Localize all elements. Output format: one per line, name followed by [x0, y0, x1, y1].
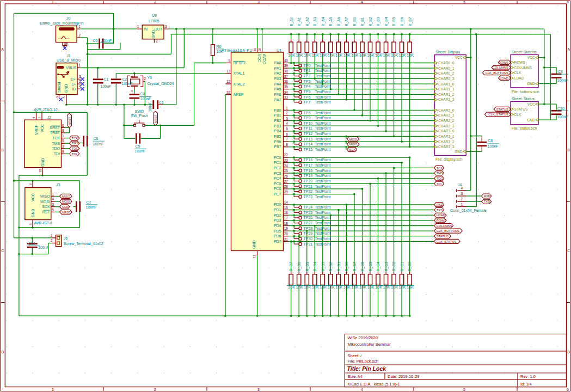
svg-text:PA3: PA3 — [274, 77, 281, 81]
svg-text:2: 2 — [154, 388, 156, 391]
svg-text:19: 19 — [284, 226, 288, 230]
svg-text:Sheet: Status: Sheet: Status — [512, 97, 535, 101]
svg-text:1: 1 — [79, 24, 81, 28]
svg-text:11: 11 — [253, 254, 256, 258]
svg-text:NRST: NRST — [154, 114, 157, 123]
svg-text:File: status.sch: File: status.sch — [512, 126, 537, 130]
svg-text:MISO: MISO — [62, 195, 70, 198]
svg-text:AVR-JTAG-10: AVR-JTAG-10 — [34, 108, 58, 112]
svg-text:1: 1 — [52, 0, 54, 4]
svg-text:4: 4 — [52, 197, 54, 201]
svg-text:COLUMNS: COLUMNS — [437, 224, 452, 228]
svg-text:TestPoint: TestPoint — [315, 179, 331, 183]
svg-text:4: 4 — [461, 186, 463, 190]
svg-text:9: 9 — [62, 150, 64, 154]
svg-text:TXD: TXD — [437, 209, 443, 212]
svg-text:CHAR1_0: CHAR1_0 — [438, 82, 455, 87]
svg-text:GND: GND — [151, 30, 155, 39]
svg-text:2: 2 — [156, 39, 158, 43]
svg-text:R_C4: R_C4 — [376, 262, 380, 272]
svg-text:VCC: VCC — [40, 124, 44, 132]
svg-text:ROWS: ROWS — [514, 60, 526, 64]
svg-text:CLK: CLK — [514, 113, 521, 117]
svg-text:TP7: TP7 — [304, 100, 311, 104]
svg-text:10K: 10K — [312, 53, 319, 58]
svg-text:C10: C10 — [557, 107, 564, 111]
svg-text:TP26: TP26 — [304, 216, 313, 219]
svg-text:LOAD: LOAD — [437, 213, 445, 217]
svg-text:32: 32 — [226, 90, 231, 94]
svg-text:TP31: TP31 — [304, 242, 313, 246]
svg-text:CHAR0_3: CHAR0_3 — [438, 77, 455, 81]
svg-text:TDO: TDO — [52, 146, 60, 150]
svg-text:CHAR3_1: CHAR3_1 — [438, 134, 455, 139]
svg-text:100nF: 100nF — [93, 142, 104, 146]
svg-text:100nF: 100nF — [488, 144, 499, 148]
svg-text:TP25: TP25 — [304, 211, 313, 215]
svg-text:10K: 10K — [343, 53, 351, 58]
svg-text:R_D0: R_D0 — [345, 262, 349, 272]
svg-text:R_A1: R_A1 — [297, 17, 302, 26]
svg-text:10K: 10K — [375, 53, 382, 58]
svg-text:8: 8 — [286, 143, 288, 146]
svg-text:2: 2 — [79, 79, 81, 83]
svg-text:PC1: PC1 — [274, 161, 281, 164]
svg-text:PB7: PB7 — [274, 145, 281, 149]
svg-text:TP16: TP16 — [304, 158, 313, 162]
svg-text:8: 8 — [62, 128, 64, 132]
svg-text:TP3: TP3 — [304, 79, 311, 83]
svg-text:STATUS: STATUS — [437, 235, 449, 238]
svg-text:C3: C3 — [159, 101, 164, 105]
svg-text:TestPoint: TestPoint — [315, 79, 331, 83]
svg-text:PC6: PC6 — [274, 187, 281, 191]
svg-text:Barrel_Jack_MountingPin: Barrel_Jack_MountingPin — [40, 21, 84, 26]
svg-text:Crystal_GND24: Crystal_GND24 — [148, 82, 174, 86]
svg-text:R_A0: R_A0 — [290, 17, 294, 26]
svg-text:TestPoint: TestPoint — [315, 142, 331, 146]
svg-text:4: 4 — [361, 0, 363, 4]
svg-text:TDI: TDI — [72, 152, 77, 156]
svg-text:PD4: PD4 — [274, 224, 281, 228]
svg-text:R_A6: R_A6 — [337, 17, 341, 26]
svg-text:R_B2: R_B2 — [369, 17, 373, 26]
svg-text:COLUMNS: COLUMNS — [514, 66, 532, 70]
svg-text:R_A4: R_A4 — [321, 17, 326, 26]
svg-text:PA2: PA2 — [274, 71, 281, 75]
svg-text:10K: 10K — [367, 53, 374, 58]
svg-text:PA1: PA1 — [274, 66, 281, 70]
svg-text:TMS: TMS — [72, 142, 78, 145]
svg-text:PC3: PC3 — [274, 171, 281, 175]
svg-text:PA6: PA6 — [274, 93, 281, 96]
svg-text:100nF: 100nF — [135, 149, 146, 153]
svg-text:5: 5 — [463, 388, 465, 391]
svg-text:CHAR1_1: CHAR1_1 — [438, 87, 455, 91]
svg-text:TestPoint: TestPoint — [315, 69, 331, 72]
svg-text:R_C2: R_C2 — [392, 262, 396, 272]
svg-text:MOSI: MOSI — [62, 200, 70, 203]
svg-text:CLK_BUTTONS: CLK_BUTTONS — [486, 71, 508, 75]
svg-text:VBUS: VBUS — [66, 66, 76, 70]
svg-text:6: 6 — [567, 388, 569, 391]
svg-text:10K: 10K — [407, 53, 414, 58]
svg-text:40: 40 — [284, 59, 288, 63]
svg-text:ROWS: ROWS — [499, 61, 508, 64]
svg-text:GND: GND — [41, 158, 45, 167]
svg-text:CHAR3_2: CHAR3_2 — [438, 140, 455, 144]
svg-text:R_B4: R_B4 — [384, 17, 389, 26]
svg-text:PC2: PC2 — [274, 166, 281, 170]
svg-text:C: C — [567, 249, 570, 253]
svg-text:TP28: TP28 — [304, 226, 313, 230]
svg-text:U1: U1 — [277, 48, 281, 53]
svg-text:CHAR0_2: CHAR0_2 — [438, 71, 455, 76]
svg-text:CHAR0_0: CHAR0_0 — [438, 61, 455, 65]
svg-text:ID: ID — [72, 87, 76, 91]
svg-text:20: 20 — [284, 232, 288, 236]
svg-text:VCC: VCC — [31, 193, 35, 201]
svg-text:File: display.sch: File: display.sch — [435, 157, 462, 162]
svg-text:TP18: TP18 — [304, 169, 313, 173]
svg-text:Conn_01x04_Female: Conn_01x04_Female — [450, 209, 487, 213]
svg-text:TestPoint: TestPoint — [315, 116, 331, 120]
svg-text:22: 22 — [284, 153, 288, 157]
svg-text:2: 2 — [461, 197, 463, 201]
svg-text:MOSI: MOSI — [40, 200, 50, 204]
